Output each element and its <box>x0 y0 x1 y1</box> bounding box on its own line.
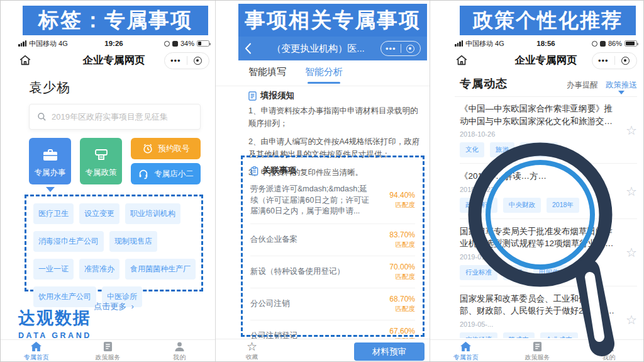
user-name: 袁少杨 <box>29 79 70 96</box>
related-item-row[interactable]: 劳务派遣许可&mdash;&mdash;延续（许可证届满60日之前；许可证届满6… <box>250 178 415 224</box>
article-tag-chip[interactable]: 行业标准 <box>460 265 497 280</box>
search-input[interactable] <box>52 112 192 122</box>
match-percent: 83.70% <box>379 230 415 239</box>
favorite-button[interactable]: ☆ 收藏 <box>246 341 258 361</box>
bottom-tab-bar: 专属首页 政策服务 我的 <box>1 339 215 362</box>
more-menu-icon[interactable]: ••• <box>381 45 401 53</box>
tag-chip[interactable]: 准营准办 <box>79 259 119 280</box>
match-score: 70.00% 匹配度 <box>379 263 415 281</box>
related-items-box: 关联事项 劳务派遣许可&mdash;&mdash;延续（许可证届满60日之前；许… <box>241 156 425 337</box>
tag-chip[interactable]: 消毒湿巾生产公司 <box>33 231 104 252</box>
action-appointment-number[interactable]: 预约取号 <box>131 138 201 159</box>
tab-mine[interactable]: 我的 <box>573 340 644 362</box>
tab-smart-fill[interactable]: 智能填写 <box>248 66 286 84</box>
tag-chip[interactable]: 食用菌菌种生产厂 <box>125 259 196 280</box>
tab-service-reminder[interactable]: 办事提醒 <box>567 80 598 91</box>
article-item[interactable]: 国家发展和改革委员会、工业和信息化部、财政部、人民银行关于做好2019年降成本.… <box>460 286 637 338</box>
match-label: 匹配度 <box>379 201 415 210</box>
battery-icon <box>197 40 209 47</box>
article-tag-chip[interactable]: 文化 <box>460 142 484 157</box>
analysis-tabs: 智能填写 智能分析 <box>248 66 343 84</box>
article-tag-chip[interactable]: 内网 <box>503 265 528 280</box>
tag-row: 消毒湿巾生产公司现制现售店 <box>33 231 194 252</box>
tag-chip[interactable]: 医疗卫生 <box>33 203 74 224</box>
article-item[interactable]: 国家烟草专卖局关于批准发布烟草田间作业机械选型测试规程等12项烟草行业标准的..… <box>460 219 637 286</box>
star-icon[interactable]: ☆ <box>618 103 637 157</box>
article-tag-chip[interactable]: 实体经济 <box>460 332 497 338</box>
tag-chip[interactable]: 职业培训机构 <box>125 203 180 224</box>
status-bar: 中国移动 4G 19:26 34% <box>18 37 209 50</box>
article-item[interactable]: 《2018年…解读…方… 2018-…-23 政策解读中央财政2018年 ☆ <box>460 164 637 219</box>
logo-cn: 达观数据 <box>18 307 92 329</box>
tab-home[interactable]: 专属首页 <box>430 340 502 362</box>
tag-row: 一业一证准营准办食用菌菌种生产厂 <box>33 259 194 280</box>
article-item[interactable]: 《中国—中东欧国家合作索非亚纲要》推动中国与中东欧国家深化文化和旅游交流合作 2… <box>460 96 637 164</box>
article-tag-chip[interactable]: 中央财政 <box>503 198 541 213</box>
match-score: 83.70% 匹配度 <box>379 230 415 249</box>
pointer-triangle <box>46 187 55 192</box>
tag-row: 医疗卫生设立变更职业培训机构 <box>33 203 194 224</box>
related-item-row[interactable]: 新设（特种设备使用登记） 70.00% 匹配度 <box>250 256 415 288</box>
back-chevron-icon[interactable] <box>245 43 252 54</box>
clipboard-tab-icon <box>533 341 542 352</box>
article-tag-chip[interactable]: 企业成本 <box>540 332 578 338</box>
related-item-title: 劳务派遣许可&mdash;&mdash;延续（许可证届满60日之前；许可证届满6… <box>250 184 379 217</box>
article-tags: 政策解读中央财政2018年 <box>460 198 618 213</box>
article-date: 2019-05-... <box>460 320 618 328</box>
tab-policy-service[interactable]: 政策服务 <box>72 340 144 362</box>
article-tag-chip[interactable]: 降成本 <box>503 332 535 338</box>
related-item-row[interactable]: 合伙企业备案 83.70% 匹配度 <box>250 224 415 256</box>
more-menu-icon[interactable]: ••• <box>165 57 187 65</box>
star-icon[interactable]: ☆ <box>618 225 637 280</box>
action-exclusive-services[interactable]: 专属办事 <box>29 138 71 184</box>
article-date: 2018-10-26 <box>460 130 618 138</box>
miniprogram-menu[interactable]: ••• <box>380 41 421 56</box>
miniprogram-menu[interactable]: ••• <box>592 52 637 69</box>
article-tag-chip[interactable]: 2018年 <box>547 198 579 213</box>
datagrand-logo: 达观数据 DATA GRAND <box>18 307 92 340</box>
tab-home[interactable]: 专属首页 <box>1 340 72 362</box>
nav-bar: 企业专属网页 ••• <box>18 51 209 70</box>
related-item-title: 分公司注销 <box>250 298 379 310</box>
article-tag-chip[interactable]: 交流合作 <box>520 142 558 157</box>
exit-target-icon[interactable] <box>187 57 209 65</box>
match-label: 匹配度 <box>379 305 415 314</box>
bottom-tab-bar: 专属首页 政策服务 我的 <box>430 339 644 362</box>
battery-icon <box>625 40 637 47</box>
article-title: 《中国—中东欧国家合作索非亚纲要》推动中国与中东欧国家深化文化和旅游交流合作 <box>460 103 618 127</box>
tag-chip[interactable]: 一业一证 <box>33 259 74 280</box>
more-arrow-icon: › <box>131 302 133 311</box>
action-exclusive-assistant[interactable]: 专属店小二 <box>131 163 201 184</box>
action-exclusive-policy[interactable]: 专属政策 <box>80 138 122 184</box>
alarm-clock-icon <box>142 143 153 154</box>
tab-mine[interactable]: 我的 <box>143 340 215 362</box>
article-tag-chip[interactable]: 政策解读 <box>460 198 497 213</box>
star-icon[interactable]: ☆ <box>618 170 637 213</box>
article-tag-chip[interactable]: 旅游 <box>490 142 514 157</box>
home-tab-icon <box>460 341 472 352</box>
tag-chip[interactable]: 现制现售店 <box>109 231 157 252</box>
clock-label: 19:26 <box>18 40 209 47</box>
exit-target-icon[interactable] <box>401 45 421 53</box>
tag-chip[interactable]: 设立变更 <box>79 203 119 224</box>
material-precheck-button[interactable]: 材料预审 <box>354 342 425 361</box>
match-percent: 94.40% <box>379 191 415 200</box>
exit-target-icon[interactable] <box>615 57 637 65</box>
tab-policy-push[interactable]: 政策推送 <box>606 80 637 91</box>
clock-label: 18:56 <box>455 40 637 47</box>
tab-smart-analysis[interactable]: 智能分析 <box>305 66 343 84</box>
article-tags: 行业标准内网田间作业 <box>460 265 618 280</box>
article-date: 2019-01-10 <box>460 253 618 261</box>
match-score: 94.40% 匹配度 <box>379 191 415 210</box>
miniprogram-menu[interactable]: ••• <box>164 52 209 69</box>
star-icon[interactable]: ☆ <box>618 293 637 338</box>
clipboard-tab-icon <box>103 341 113 352</box>
panel-divider <box>430 1 430 361</box>
search-box[interactable] <box>29 104 201 130</box>
article-date: 2018-…-23 <box>460 186 618 193</box>
tab-policy-service[interactable]: 政策服务 <box>502 340 574 362</box>
more-menu-icon[interactable]: ••• <box>592 57 614 65</box>
article-tag-chip[interactable]: 田间作业 <box>533 265 571 280</box>
notice-item: 1、申请资料按本办事指南中申请材料目录载明的顺序排列； <box>248 105 425 130</box>
related-item-row[interactable]: 分公司注销 68.70% 匹配度 <box>250 288 415 320</box>
